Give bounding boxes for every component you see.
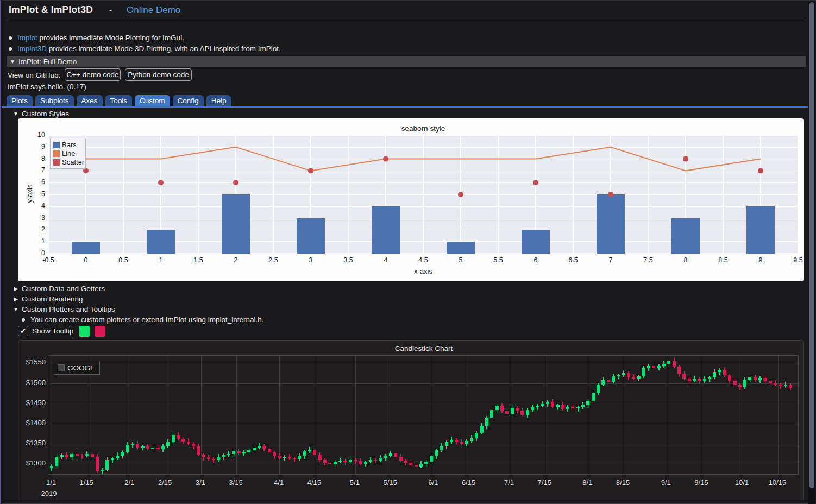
x-tick-label: 1 [149,256,173,264]
tree-node-custom-rendering[interactable]: ▶ Custom Rendering [10,294,83,304]
show-tooltip-checkbox[interactable]: ✓ [18,326,28,336]
x-tick-label: 5.5 [486,256,510,264]
bullet-icon [22,318,25,322]
tab-help[interactable]: Help [206,95,231,106]
x-tick-label: 7/1 [495,478,523,487]
app-window: ImPlot & ImPlot3D - Online Demo Implot p… [0,0,816,504]
x-tick-label: 1.5 [186,256,210,264]
x-tick-label: 0.5 [111,256,135,264]
tree-open-arrow-icon: ▼ [10,306,22,312]
seaborn-legend[interactable]: BarsLineScatter [50,138,86,169]
x-tick-label: 3.5 [336,256,360,264]
bull-color-swatch[interactable] [79,326,90,337]
collapsing-header-label: ImPlot: Full Demo [18,58,77,66]
line-legend-swatch-icon [53,150,60,157]
candlestick-canvas [49,356,799,475]
y-tick-label: 0 [21,249,45,257]
show-tooltip-label: Show Tooltip [32,327,73,335]
app-title: ImPlot & ImPlot3D [9,4,93,16]
collapse-arrow-icon: ▼ [7,59,18,65]
x-tick-label: 10/1 [729,478,756,487]
candlestick-chart-title: Candlestick Chart [49,344,799,352]
intro-bullet-1: Implot provides immediate Mode Plotting … [9,34,184,42]
candlestick-plot-area[interactable] [49,355,799,475]
x-tick-label: 3/1 [187,478,214,487]
googl-legend-swatch-icon [58,364,65,371]
x-tick-label: 8/1 [574,478,601,487]
tab-plots[interactable]: Plots [7,95,33,106]
candlestick-legend[interactable]: GOOGL [54,361,100,375]
x-tick-label: 2 [224,256,248,264]
github-label: View on GitHub: [8,71,60,79]
implot3d-link[interactable]: Implot3D [17,45,47,53]
x-tick-label: 6/1 [419,478,447,487]
x-tick-label: 2/1 [116,478,143,487]
tree-label: Custom Styles [22,110,69,118]
x-tick-label: 5 [449,256,473,264]
candlestick-chart-frame: Candlestick Chart $1300$1350$1400$1450$1… [18,340,804,500]
y-tick-label: $1500 [20,379,46,387]
titlebar: ImPlot & ImPlot3D - Online Demo [9,4,180,17]
x-tick-label: 5/1 [341,478,368,487]
title-separator: - [109,5,112,15]
legend-item-bars[interactable]: Bars [53,141,83,149]
x-tick-label: 4/1 [265,478,292,487]
tab-subplots[interactable]: Subplots [35,95,74,106]
implot-link[interactable]: Implot [17,34,37,42]
tab-config[interactable]: Config [173,95,204,106]
bear-color-swatch[interactable] [95,326,105,337]
online-demo-link[interactable]: Online Demo [127,5,180,17]
x-tick-label: 8 [674,256,698,264]
x-tick-label: 2.5 [261,256,285,264]
bullet-text: provides immediate Mode 3D Plotting, wit… [47,45,281,53]
cpp-demo-code-button[interactable]: C++ demo code [65,68,121,81]
tree-closed-arrow-icon: ▶ [10,286,22,292]
checkmark-icon: ✓ [20,326,27,335]
tab-custom[interactable]: Custom [135,95,170,106]
y-tick-label: $1400 [20,419,46,427]
seaborn-plot-area[interactable] [48,135,798,254]
legend-item-line[interactable]: Line [53,149,83,158]
x-tick-label: 6.5 [561,256,585,264]
x-tick-label: 1/15 [73,478,100,487]
tree-node-custom-plotters[interactable]: ▼ Custom Plotters and Tooltips [10,304,115,314]
seaborn-overlay-canvas [48,135,798,254]
x-axis-label: x-axis [48,267,798,275]
x-tick-label: 9 [749,256,773,264]
tab-axes[interactable]: Axes [77,95,103,106]
tree-closed-arrow-icon: ▶ [10,296,22,302]
y-tick-label: $1350 [20,439,46,447]
titlebar-divider [5,21,806,21]
tab-bar: PlotsSubplotsAxesToolsCustomConfigHelp [7,95,231,106]
x-tick-label: 3/15 [222,478,249,487]
hello-text: ImPlot says hello. (0.17) [8,83,86,91]
tree-open-arrow-icon: ▼ [10,111,22,117]
x-tick-label: 3 [299,256,323,264]
tree-label: Custom Rendering [22,295,83,303]
tree-node-custom-data[interactable]: ▶ Custom Data and Getters [10,284,105,293]
x-tick-label: 5/15 [376,478,404,487]
full-demo-collapsing-header[interactable]: ▼ ImPlot: Full Demo [7,56,806,67]
legend-label: Scatter [62,158,84,166]
x-tick-label: 9/1 [652,478,680,487]
seaborn-chart-title: seaborn style [48,124,798,133]
custom-plotters-note: You can create custom plotters or extend… [22,316,263,324]
x-tick-label: 0 [74,256,98,264]
x-tick-label: 6/15 [455,478,482,487]
python-demo-code-button[interactable]: Python demo code [125,68,192,81]
x-tick-label: 10/15 [764,478,791,487]
x-tick-label: 7/15 [531,478,558,487]
x-tick-label: 2/15 [152,478,179,487]
scrollbar-thumb[interactable] [809,2,814,488]
tree-node-custom-styles[interactable]: ▼ Custom Styles [10,109,69,118]
x-tick-label: 7.5 [636,256,660,264]
bullet-text: provides immediate Mode Plotting for ImG… [37,34,184,42]
x-tick-label: 9.5 [786,256,810,264]
bullet-icon [9,36,12,40]
legend-item-scatter[interactable]: Scatter [53,158,83,166]
tab-tools[interactable]: Tools [105,95,133,106]
y-axis-label: y-axis [26,161,34,226]
x-tick-label: 8/15 [610,478,637,487]
x-tick-label: 1/1 [37,478,65,487]
bars-legend-swatch-icon [53,142,60,148]
